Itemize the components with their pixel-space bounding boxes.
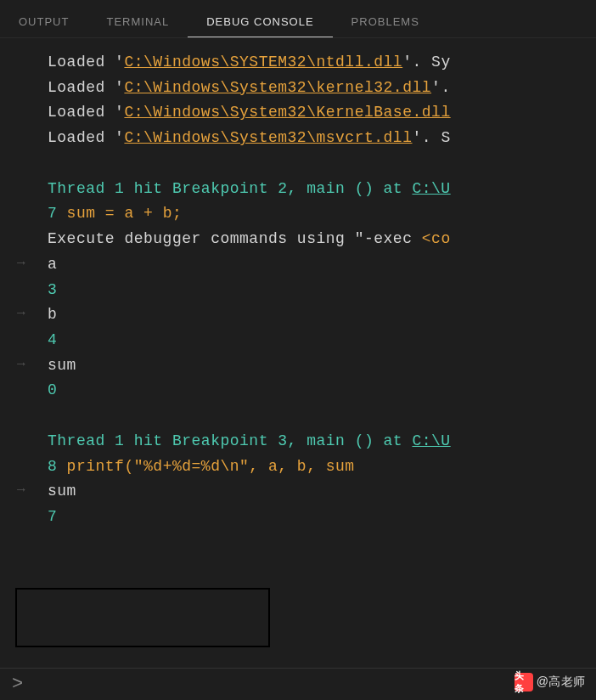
code-line: printf("%d+%d=%d\n", a, b, sum: [57, 458, 354, 475]
tab-output[interactable]: OUTPUT: [0, 8, 87, 37]
dll-path-kernelbase[interactable]: C:\Windows\System32\KernelBase.dll: [124, 104, 450, 121]
debug-console-output: Loaded 'C:\Windows\SYSTEM32\ntdll.dll'. …: [0, 38, 596, 530]
breakpoint-hit-text: Thread 1 hit Breakpoint 2, main () at: [48, 180, 412, 197]
eval-result-b: 4: [48, 331, 57, 348]
line-number: 8: [48, 458, 57, 475]
watermark: 头条 @高老师: [514, 673, 586, 692]
loaded-text: Loaded ': [48, 54, 124, 71]
eval-input-b: b: [48, 306, 57, 323]
loaded-text: Loaded ': [48, 129, 124, 146]
eval-result-sum: 0: [48, 381, 57, 398]
debug-console-input[interactable]: [31, 669, 596, 700]
breakpoint-hit-text: Thread 1 hit Breakpoint 3, main () at: [48, 432, 412, 449]
loaded-text: Loaded ': [48, 79, 124, 96]
panel-tabs: OUTPUT TERMINAL DEBUG CONSOLE PROBLEMS: [0, 0, 596, 38]
watermark-logo-icon: 头条: [514, 673, 533, 692]
debug-console-input-bar: >: [0, 668, 596, 700]
watermark-text: @高老师: [537, 675, 586, 690]
eval-input-a: a: [48, 256, 57, 273]
dll-path-kernel32[interactable]: C:\Windows\System32\kernel32.dll: [124, 79, 431, 96]
tab-debug-console[interactable]: DEBUG CONSOLE: [188, 8, 332, 37]
eval-input-sum2: sum: [48, 483, 76, 500]
code-line: sum = a + b;: [57, 205, 182, 222]
output-text: '. S: [412, 129, 450, 146]
exec-hint-text: Execute debugger commands using "-exec: [48, 230, 422, 247]
source-path-link[interactable]: C:\U: [412, 432, 450, 449]
line-number: 7: [48, 205, 57, 222]
eval-result-a: 3: [48, 281, 57, 298]
tab-terminal[interactable]: TERMINAL: [87, 8, 188, 37]
chevron-right-icon: >: [0, 674, 31, 695]
source-path-link[interactable]: C:\U: [412, 180, 450, 197]
tab-problems[interactable]: PROBLEMS: [333, 8, 438, 37]
loaded-text: Loaded ': [48, 104, 124, 121]
output-text: '.: [431, 79, 451, 96]
exec-hint-cmd: <co: [422, 230, 451, 247]
dll-path-ntdll[interactable]: C:\Windows\SYSTEM32\ntdll.dll: [124, 54, 402, 71]
dll-path-msvcrt[interactable]: C:\Windows\System32\msvcrt.dll: [124, 129, 412, 146]
eval-input-sum: sum: [48, 357, 76, 374]
eval-result-sum2: 7: [48, 508, 57, 525]
output-text: '. Sy: [402, 54, 451, 71]
annotation-highlight-box: [15, 588, 270, 647]
